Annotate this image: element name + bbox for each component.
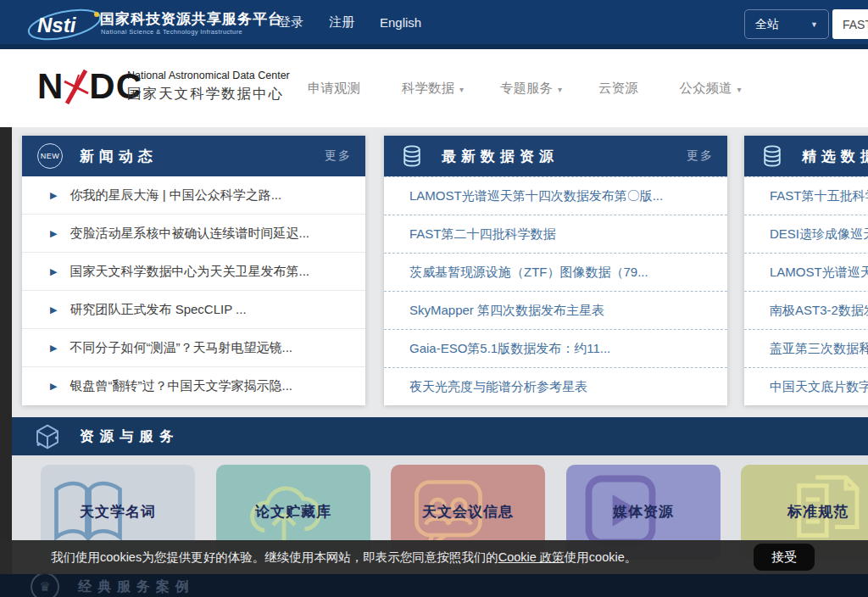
login-link[interactable]: 登录 bbox=[278, 14, 303, 31]
cookie-text: 我们使用cookies为您提供更好的体验。继续使用本网站，即表示您同意按照我们的… bbox=[51, 550, 637, 566]
data-item[interactable]: FAST第十五批科学 bbox=[744, 177, 868, 215]
nav-item-science-data[interactable]: 科学数据▾ bbox=[402, 80, 464, 98]
latest-data-panel-title: 最新数据资源 bbox=[442, 147, 559, 166]
new-badge-icon: NEW bbox=[37, 143, 63, 169]
main-nav: 申请观测 科学数据▾ 专题服务▾ 云资源 公众频道▾ bbox=[308, 49, 742, 127]
classic-cases-band: ♛ 经典服务案例 bbox=[0, 574, 868, 597]
news-panel-header: NEW 新闻动态 更多 bbox=[22, 136, 365, 176]
triangle-bullet-icon: ▶ bbox=[50, 304, 57, 315]
cookie-policy-link[interactable]: Cookie 政策 bbox=[498, 550, 565, 564]
featured-data-panel-header: 精选数据 bbox=[744, 136, 868, 176]
cookie-accept-button[interactable]: 接受 bbox=[754, 544, 815, 571]
data-item[interactable]: LAMOST光谱巡天 bbox=[744, 254, 868, 292]
triangle-bullet-icon: ▶ bbox=[50, 343, 57, 354]
latest-data-panel-header: 最新数据资源 更多 bbox=[384, 136, 727, 176]
data-item[interactable]: LAMOST光谱巡天第十四次数据发布第〇版... bbox=[384, 177, 727, 215]
center-name-en: National Astronomical Data Center bbox=[127, 70, 290, 81]
svg-text:Nsti: Nsti bbox=[37, 14, 77, 36]
card-label: 天文学名词 bbox=[41, 502, 195, 522]
news-panel: NEW 新闻动态 更多 ▶你我的星辰大海 | 中国公众科学之路... ▶变脸活动… bbox=[22, 136, 365, 405]
register-link[interactable]: 注册 bbox=[329, 14, 354, 31]
center-name-zh: 国家天文科学数据中心 bbox=[127, 85, 290, 103]
page-edge-strip bbox=[0, 127, 12, 574]
data-item[interactable]: 盖亚第三次数据释 bbox=[744, 330, 868, 368]
triangle-bullet-icon: ▶ bbox=[50, 381, 57, 392]
card-label: 媒体资源 bbox=[566, 502, 721, 522]
data-item[interactable]: 茨威基暂现源设施（ZTF）图像数据（79... bbox=[384, 254, 727, 292]
nadc-red-star-icon bbox=[62, 68, 91, 105]
search-scope-dropdown[interactable]: 全站 ▼ bbox=[744, 9, 829, 39]
news-panel-title: 新闻动态 bbox=[80, 147, 158, 166]
nav-item-special-services[interactable]: 专题服务▾ bbox=[500, 80, 562, 98]
card-label: 天文会议信息 bbox=[391, 502, 545, 522]
news-item[interactable]: ▶变脸活动星系核中被确认连续谱时间延迟... bbox=[22, 215, 365, 253]
top-bar: Nsti 国家科技资源共享服务平台 National Science & Tec… bbox=[0, 0, 868, 49]
nav-item-public-channel[interactable]: 公众频道▾ bbox=[680, 80, 742, 98]
news-item[interactable]: ▶不同分子如何“测温”？天马射电望远镜... bbox=[22, 329, 365, 367]
center-names: National Astronomical Data Center 国家天文科学… bbox=[127, 70, 290, 103]
news-item[interactable]: ▶研究团队正式发布 SpecCLIP ... bbox=[22, 291, 365, 329]
resources-services-band: 资源与服务 bbox=[12, 417, 868, 455]
latest-data-panel: 最新数据资源 更多 LAMOST光谱巡天第十四次数据发布第〇版... FAST第… bbox=[384, 136, 727, 405]
resources-services-title: 资源与服务 bbox=[80, 427, 180, 446]
data-item[interactable]: SkyMapper 第四次数据发布主星表 bbox=[384, 292, 727, 330]
triangle-bullet-icon: ▶ bbox=[50, 190, 57, 201]
triangle-bullet-icon: ▶ bbox=[50, 228, 57, 239]
chevron-down-icon: ▾ bbox=[737, 85, 742, 94]
data-item[interactable]: 夜天光亮度与能谱分析参考星表 bbox=[384, 368, 727, 406]
data-item[interactable]: Gaia-ESO第5.1版数据发布：约11... bbox=[384, 330, 727, 368]
chevron-down-icon: ▾ bbox=[558, 85, 562, 94]
search-input[interactable] bbox=[832, 9, 868, 39]
card-label: 标准规范 bbox=[741, 502, 868, 522]
news-item[interactable]: ▶银盘曾“翻转”过？中国天文学家揭示隐... bbox=[22, 367, 365, 405]
card-label: 论文贮藏库 bbox=[216, 502, 370, 522]
platform-title: 国家科技资源共享服务平台 bbox=[100, 9, 283, 29]
chevron-down-icon: ▼ bbox=[810, 20, 818, 29]
nav-item-apply-observation[interactable]: 申请观测 bbox=[308, 80, 365, 98]
featured-data-panel: 精选数据 FAST第十五批科学 DESI遗珍成像巡天 LAMOST光谱巡天 南极… bbox=[744, 136, 868, 405]
nadc-homepage: Nsti 国家科技资源共享服务平台 National Science & Tec… bbox=[0, 0, 868, 597]
crown-icon: ♛ bbox=[31, 572, 59, 597]
cookie-banner: 我们使用cookies为您提供更好的体验。继续使用本网站，即表示您同意按照我们的… bbox=[0, 540, 868, 574]
latest-data-list: LAMOST光谱巡天第十四次数据发布第〇版... FAST第二十四批科学数据 茨… bbox=[384, 176, 727, 406]
triangle-bullet-icon: ▶ bbox=[50, 266, 57, 277]
top-links: 登录 注册 English bbox=[278, 0, 421, 44]
news-item[interactable]: ▶你我的星辰大海 | 中国公众科学之路... bbox=[22, 176, 365, 215]
nav-item-cloud-resources[interactable]: 云资源 bbox=[598, 80, 643, 98]
platform-subtitle: National Science & Technology Infrastruc… bbox=[101, 28, 242, 36]
data-item[interactable]: 中国天文底片数字 bbox=[744, 368, 868, 406]
database-icon bbox=[399, 143, 425, 169]
site-header: N DC National Astronomical Data Center 国… bbox=[0, 49, 868, 127]
featured-data-list: FAST第十五批科学 DESI遗珍成像巡天 LAMOST光谱巡天 南极AST3-… bbox=[744, 176, 868, 406]
chevron-down-icon: ▾ bbox=[459, 85, 464, 94]
nadc-logo-n: N bbox=[37, 66, 64, 107]
news-item[interactable]: ▶国家天文科学数据中心为天关卫星发布第... bbox=[22, 253, 365, 291]
search-scope-label: 全站 bbox=[755, 17, 779, 32]
classic-cases-title: 经典服务案例 bbox=[78, 578, 195, 596]
data-item[interactable]: FAST第二十四批科学数据 bbox=[384, 215, 727, 254]
latest-data-more-link[interactable]: 更多 bbox=[687, 148, 714, 164]
nsti-logo-icon[interactable]: Nsti bbox=[25, 7, 103, 42]
database-icon bbox=[760, 143, 785, 169]
featured-data-panel-title: 精选数据 bbox=[802, 147, 868, 166]
cube-icon bbox=[34, 422, 61, 451]
news-more-link[interactable]: 更多 bbox=[325, 148, 352, 164]
data-item[interactable]: 南极AST3-2数据发 bbox=[744, 292, 868, 330]
news-list: ▶你我的星辰大海 | 中国公众科学之路... ▶变脸活动星系核中被确认连续谱时间… bbox=[22, 176, 365, 405]
language-link[interactable]: English bbox=[380, 15, 421, 30]
data-item[interactable]: DESI遗珍成像巡天 bbox=[744, 215, 868, 254]
